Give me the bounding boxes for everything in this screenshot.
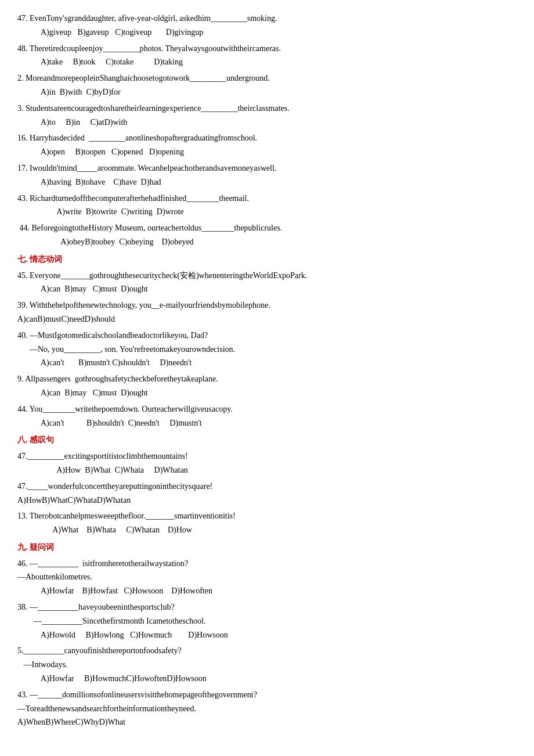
options-text: A)take B)took C)totake D)taking bbox=[17, 55, 517, 69]
question-46: 46. —__________ isitfromheretotherailway… bbox=[17, 557, 517, 598]
question-text: 16. Harryhasdecided _________anonlinesho… bbox=[17, 131, 517, 145]
question-text: 9. Allpassengers gothroughsafetycheckbef… bbox=[17, 372, 517, 386]
options-text: A)HowB)WhatC)WhataD)Whatan bbox=[17, 494, 517, 507]
main-content: 47. EvenTony'sgranddaughter, afive-year-… bbox=[17, 12, 517, 729]
options-text: A)in B)with C)byD)for bbox=[17, 85, 517, 99]
options-text: A)Howfar B)Howfast C)Howsoon D)Howoften bbox=[17, 584, 517, 598]
section-9-header: 九. 疑问词 bbox=[17, 541, 517, 555]
options-text: A)can't B)shouldn't C)needn't D)mustn't bbox=[17, 416, 517, 430]
question-44a: 44. BeforegoingtotheHistory Museum, ourt… bbox=[17, 221, 517, 249]
question-39: 39. Withthehelpofthenewtechnology, you__… bbox=[17, 298, 517, 326]
options-text: A)What B)Whata C)Whatan D)How bbox=[17, 523, 517, 537]
question-44b: 44. You________writethepoemdown. Ourteac… bbox=[17, 402, 517, 430]
question-text: 46. —__________ isitfromheretotherailway… bbox=[17, 557, 517, 571]
question-text: 47. EvenTony'sgranddaughter, afive-year-… bbox=[17, 12, 517, 26]
question-text: 47._________excitingsportitistoclimbthem… bbox=[17, 449, 517, 463]
options-text: A)How B)What C)Whata D)Whatan bbox=[17, 463, 517, 477]
question-text: 40. —MustIgotomedicalschoolandbeadoctorl… bbox=[17, 329, 517, 343]
options-text: A)WhenB)WhereC)WhyD)What bbox=[17, 715, 517, 729]
question-17: 17. Iwouldn'tmind_____aroommate. Wecanhe… bbox=[17, 161, 517, 189]
options-text: A)can B)may C)must D)ought bbox=[17, 386, 517, 400]
options-text: A)write B)towrite C)writing D)wrote bbox=[17, 205, 517, 219]
question-text: 39. Withthehelpofthenewtechnology, you__… bbox=[17, 298, 517, 312]
question-16: 16. Harryhasdecided _________anonlinesho… bbox=[17, 131, 517, 159]
options-text: A)can't B)mustn't C)shouldn't D)needn't bbox=[17, 356, 517, 370]
question-text: 13. Therobotcanhelpmesweeepthefloor.____… bbox=[17, 509, 517, 523]
section-7-header: 七. 情态动词 bbox=[17, 253, 517, 267]
question-text: 44. You________writethepoemdown. Ourteac… bbox=[17, 402, 517, 416]
question-text: 45. Everyone_______gothroughthesecurityc… bbox=[17, 269, 517, 283]
question-text-2: —Abouttenkilometres. bbox=[17, 570, 517, 584]
question-9: 9. Allpassengers gothroughsafetycheckbef… bbox=[17, 372, 517, 400]
question-text-2: —__________Sincethefirstmonth Icametothe… bbox=[17, 614, 517, 628]
question-text: 47._____wonderfulconcerttheyareputtingon… bbox=[17, 480, 517, 494]
question-text: 43. —______domillionsofonlineusersvisitt… bbox=[17, 688, 517, 702]
options-text: A)open B)toopen C)opened D)opening bbox=[17, 145, 517, 159]
question-47a: 47. EvenTony'sgranddaughter, afive-year-… bbox=[17, 12, 517, 39]
options-text: A)canB)mustC)needD)should bbox=[17, 312, 517, 326]
question-text-2: —No, you_________, son. You'refreetomake… bbox=[17, 343, 517, 357]
question-2: 2. MoreandmorepeopleinShanghaichoosetogo… bbox=[17, 71, 517, 99]
question-text: 2. MoreandmorepeopleinShanghaichoosetogo… bbox=[17, 71, 517, 85]
question-13: 13. Therobotcanhelpmesweeepthefloor.____… bbox=[17, 509, 517, 537]
options-text: A)having B)tohave C)have D)had bbox=[17, 175, 517, 189]
question-text: 3. Studentsareencouragedtosharetheirlear… bbox=[17, 102, 517, 116]
options-text: A)Howold B)Howlong C)Howmuch D)Howsoon bbox=[17, 628, 517, 642]
question-3: 3. Studentsareencouragedtosharetheirlear… bbox=[17, 102, 517, 129]
question-text-2: —Toreadthenewsandsearchfortheinformation… bbox=[17, 702, 517, 716]
options-text: A)can B)may C)must D)ought bbox=[17, 282, 517, 296]
options-text: A)giveup B)gaveup C)togiveup D)givingup bbox=[17, 26, 517, 39]
question-5: 5.__________canyoufinishthereportonfoods… bbox=[17, 644, 517, 685]
question-text: 43. Richardturnedoffthecomputerafterheha… bbox=[17, 192, 517, 206]
question-48: 48. Theretiredcoupleenjoy_________photos… bbox=[17, 42, 517, 70]
question-40: 40. —MustIgotomedicalschoolandbeadoctorl… bbox=[17, 329, 517, 370]
question-text: 48. Theretiredcoupleenjoy_________photos… bbox=[17, 42, 517, 56]
section-8-header: 八. 感叹句 bbox=[17, 433, 517, 447]
question-47c: 47._____wonderfulconcerttheyareputtingon… bbox=[17, 480, 517, 507]
question-43a: 43. Richardturnedoffthecomputerafterheha… bbox=[17, 192, 517, 219]
question-text: 17. Iwouldn'tmind_____aroommate. Wecanhe… bbox=[17, 161, 517, 175]
question-38: 38. —__________haveyoubeeninthesportsclu… bbox=[17, 600, 517, 642]
options-text: A)to B)in C)atD)with bbox=[17, 116, 517, 129]
question-text: 38. —__________haveyoubeeninthesportsclu… bbox=[17, 600, 517, 614]
options-text: A)obeyB)toobey C)obeying D)obeyed bbox=[17, 235, 517, 249]
question-45: 45. Everyone_______gothroughthesecurityc… bbox=[17, 269, 517, 297]
question-47b: 47._________excitingsportitistoclimbthem… bbox=[17, 449, 517, 477]
question-text: 44. BeforegoingtotheHistory Museum, ourt… bbox=[17, 221, 517, 235]
question-43b: 43. —______domillionsofonlineusersvisitt… bbox=[17, 688, 517, 729]
question-text: 5.__________canyoufinishthereportonfoods… bbox=[17, 644, 517, 658]
question-text-2: —Intwodays. bbox=[17, 658, 517, 672]
options-text: A)Howfar B)HowmuchC)HowoftenD)Howsoon bbox=[17, 672, 517, 686]
